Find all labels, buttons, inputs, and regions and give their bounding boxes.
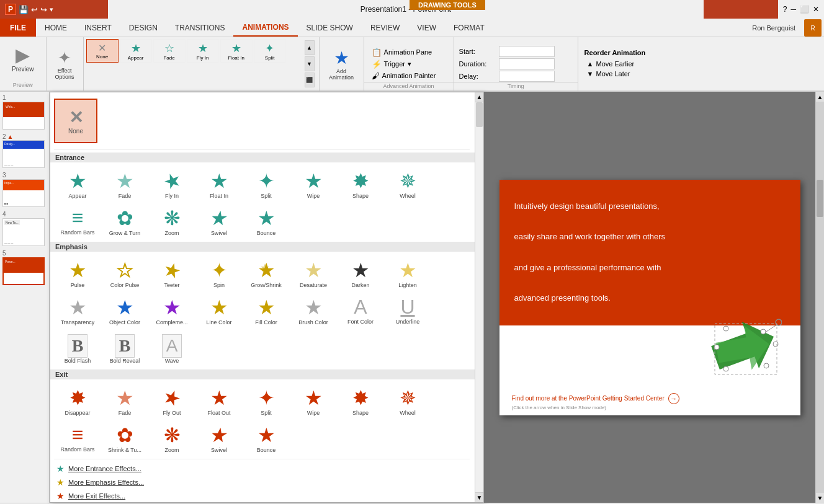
tab-insert[interactable]: INSERT (76, 19, 120, 37)
animation-pane-button[interactable]: 📋 Animation Pane (369, 46, 449, 58)
anim-item-floatin[interactable]: ★ Float In (195, 166, 243, 202)
move-later-button[interactable]: ▼ Move Later (584, 69, 659, 79)
anim-item-linecolor[interactable]: ★ Line Color (195, 293, 243, 329)
effect-options-button[interactable]: ✦ EffectOptions (53, 46, 77, 82)
preview-label: Preview (12, 66, 34, 73)
more-exit-effects[interactable]: ★ More Exit Effects... (54, 489, 470, 502)
anim-item-pulse[interactable]: ★ Pulse (54, 255, 101, 291)
ribbon-anim-floatin[interactable]: ★ Float In (220, 39, 253, 63)
tab-review[interactable]: REVIEW (362, 19, 408, 37)
expand-gallery-button[interactable]: ⬛ (305, 73, 315, 87)
ribbon-anim-none[interactable]: ✕ None (86, 39, 119, 63)
anim-item-fillcolor[interactable]: ★ Fill Color (243, 293, 290, 329)
anim-item-colorpulse[interactable]: ☆ Color Pulse (101, 255, 148, 291)
anim-item-zoom[interactable]: ❋ Zoom (148, 203, 195, 239)
anim-item-exit-bounce[interactable]: ★ Bounce (243, 420, 290, 456)
anim-item-exit-zoom[interactable]: ❋ Zoom (148, 420, 195, 456)
anim-item-teeter[interactable]: ★ Teeter (148, 255, 195, 291)
scroll-up-button[interactable]: ▲ (305, 40, 315, 55)
tab-file[interactable]: FILE (0, 19, 36, 37)
tab-slideshow[interactable]: SLIDE SHOW (298, 19, 362, 37)
tab-format[interactable]: FORMAT (445, 19, 493, 37)
anim-item-underline[interactable]: U Underline (384, 293, 431, 329)
anim-item-swivel[interactable]: ★ Swivel (195, 203, 243, 239)
anim-item-exit-split[interactable]: ✦ Split (243, 383, 290, 419)
preview-button[interactable]: ▶ Preview (6, 41, 40, 76)
anim-item-wave[interactable]: A Wave (148, 331, 195, 367)
anim-item-shrinkturn[interactable]: ✿ Shrink & Tu... (101, 420, 148, 456)
anim-item-appear[interactable]: ★ Appear (54, 166, 101, 202)
more-entrance-effects[interactable]: ★ More Entrance Effects... (54, 462, 470, 475)
tab-home[interactable]: HOME (36, 19, 76, 37)
tab-animations[interactable]: ANIMATIONS (233, 19, 297, 37)
anim-item-transparency[interactable]: ★ Transparency (54, 293, 101, 329)
anim-item-flyout[interactable]: ★ Fly Out (148, 383, 195, 419)
duration-input[interactable] (499, 58, 555, 69)
scroll-down-arrow[interactable]: ▼ (475, 492, 483, 502)
minimize-icon[interactable]: ─ (790, 5, 796, 14)
anim-item-exit-shape[interactable]: ✸ Shape (337, 383, 384, 419)
anim-item-objectcolor[interactable]: ★ Object Color (101, 293, 148, 329)
undo-icon[interactable]: ↩ (31, 5, 38, 14)
scroll-down-button[interactable]: ▼ (305, 56, 315, 71)
anim-item-desaturate[interactable]: ★ Desaturate (290, 255, 337, 291)
anim-item-complementary[interactable]: ★ Compleme... (148, 293, 195, 329)
anim-item-split[interactable]: ✦ Split (243, 166, 290, 202)
customize-icon[interactable]: ▾ (50, 6, 53, 14)
svg-point-4 (764, 363, 769, 368)
restore-icon[interactable]: ⬜ (800, 5, 809, 14)
delay-input[interactable] (499, 71, 555, 82)
anim-item-shape[interactable]: ✸ Shape (337, 166, 384, 202)
quick-save-icon[interactable]: 💾 (19, 5, 29, 14)
anim-item-growshrink[interactable]: ★ ★ Grow/Shrink (243, 255, 290, 291)
ribbon-anim-split[interactable]: ✦ Split (254, 39, 286, 63)
more-emphasis-effects[interactable]: ★ More Emphasis Effects... (54, 475, 470, 489)
redo-icon[interactable]: ↪ (40, 5, 47, 14)
anim-item-flyin[interactable]: ★ Fly In (148, 166, 195, 202)
scroll-up-arrow[interactable]: ▲ (475, 92, 483, 102)
anim-item-brushcolor[interactable]: ★ Brush Color (290, 293, 337, 329)
help-icon[interactable]: ? (783, 5, 787, 14)
anim-item-fade[interactable]: ★ Fade (101, 166, 148, 202)
app-title: Presentation1 - PowerPoint (108, 0, 704, 19)
ribbon-anim-flyin[interactable]: ★ Fly In (187, 39, 219, 63)
anim-item-spin[interactable]: ✦ Spin (195, 255, 243, 291)
anim-item-exit-fade[interactable]: ★ Fade (101, 383, 148, 419)
slide-scroll-down[interactable]: ▼ (816, 493, 824, 503)
trigger-button[interactable]: ⚡ Trigger ▾ (369, 58, 449, 70)
ribbon-anim-fade[interactable]: ☆ Fade (153, 39, 186, 63)
slide-thumb-4[interactable]: 4 New To... — — — (2, 211, 47, 246)
slide-thumb-1[interactable]: 1 Welc... (2, 94, 47, 130)
anim-item-exit-randombars[interactable]: ≡ Random Bars (54, 420, 101, 456)
ribbon-anim-appear[interactable]: ★ Appear (120, 39, 152, 63)
anim-item-randombars[interactable]: ≡ Random Bars (54, 203, 101, 239)
anim-item-growturn[interactable]: ✿ Grow & Turn (101, 203, 148, 239)
anim-item-lighten[interactable]: ★ Lighten (384, 255, 431, 291)
animation-painter-button[interactable]: 🖌 Animation Painter (369, 70, 449, 82)
slide-scroll-up[interactable]: ▲ (816, 92, 824, 102)
anim-item-wheel[interactable]: ✵ Wheel (384, 166, 431, 202)
anim-item-wipe[interactable]: ★ Wipe (290, 166, 337, 202)
anim-item-exit-swivel[interactable]: ★ Swivel (195, 420, 243, 456)
move-earlier-button[interactable]: ▲ Move Earlier (584, 59, 659, 69)
anim-item-exit-wipe[interactable]: ★ Wipe (290, 383, 337, 419)
anim-item-fontcolor[interactable]: A Font Color (337, 293, 384, 329)
close-icon[interactable]: ✕ (813, 5, 819, 14)
tab-design[interactable]: DESIGN (120, 19, 166, 37)
anim-item-boldreveal[interactable]: B Bold Reveal (101, 331, 148, 367)
anim-item-bounce[interactable]: ★ Bounce (243, 203, 290, 239)
tab-view[interactable]: VIEW (408, 19, 445, 37)
slide-thumb-5[interactable]: 5 Powe... (2, 250, 47, 285)
more-effects-section: ★ More Entrance Effects... ★ More Emphas… (54, 459, 470, 502)
slide-thumb-3[interactable]: 3 Impa... ■ ■ (2, 172, 47, 207)
add-animation-button[interactable]: ★ AddAnimation (329, 48, 354, 81)
anim-item-exit-wheel[interactable]: ✵ Wheel (384, 383, 431, 419)
tab-transitions[interactable]: TRANSITIONS (166, 19, 234, 37)
anim-item-boldflash[interactable]: B Bold Flash (54, 331, 101, 367)
anim-item-darken[interactable]: ★ Darken (337, 255, 384, 291)
start-input[interactable] (499, 46, 555, 57)
anim-item-disappear[interactable]: ✸ Disappear (54, 383, 101, 419)
slide-thumb-2[interactable]: 2 ▲ Desig... — — — (2, 133, 47, 168)
none-animation-item[interactable]: ✕ None (54, 99, 97, 143)
anim-item-floatout[interactable]: ★ Float Out (195, 383, 243, 419)
